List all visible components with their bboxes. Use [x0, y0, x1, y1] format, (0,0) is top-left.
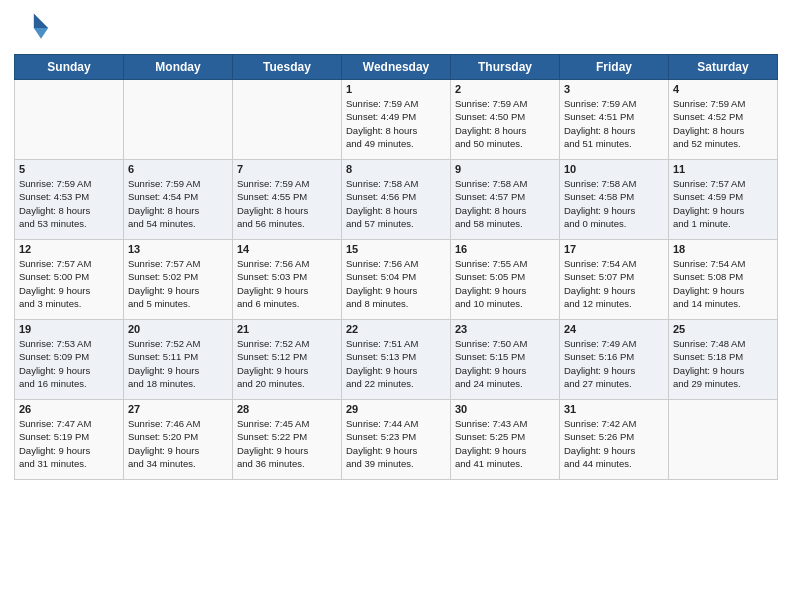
day-info: Sunrise: 7:43 AM Sunset: 5:25 PM Dayligh…: [455, 417, 555, 470]
day-number: 28: [237, 403, 337, 415]
day-cell: [669, 400, 778, 480]
day-cell: 23Sunrise: 7:50 AM Sunset: 5:15 PM Dayli…: [451, 320, 560, 400]
day-info: Sunrise: 7:52 AM Sunset: 5:12 PM Dayligh…: [237, 337, 337, 390]
day-cell: 13Sunrise: 7:57 AM Sunset: 5:02 PM Dayli…: [124, 240, 233, 320]
day-cell: [15, 80, 124, 160]
day-number: 26: [19, 403, 119, 415]
day-info: Sunrise: 7:58 AM Sunset: 4:58 PM Dayligh…: [564, 177, 664, 230]
day-number: 9: [455, 163, 555, 175]
day-cell: 19Sunrise: 7:53 AM Sunset: 5:09 PM Dayli…: [15, 320, 124, 400]
day-info: Sunrise: 7:59 AM Sunset: 4:55 PM Dayligh…: [237, 177, 337, 230]
day-info: Sunrise: 7:59 AM Sunset: 4:52 PM Dayligh…: [673, 97, 773, 150]
day-cell: 28Sunrise: 7:45 AM Sunset: 5:22 PM Dayli…: [233, 400, 342, 480]
svg-marker-0: [34, 14, 48, 28]
day-info: Sunrise: 7:45 AM Sunset: 5:22 PM Dayligh…: [237, 417, 337, 470]
day-info: Sunrise: 7:59 AM Sunset: 4:49 PM Dayligh…: [346, 97, 446, 150]
day-info: Sunrise: 7:56 AM Sunset: 5:04 PM Dayligh…: [346, 257, 446, 310]
day-info: Sunrise: 7:50 AM Sunset: 5:15 PM Dayligh…: [455, 337, 555, 390]
weekday-header-saturday: Saturday: [669, 55, 778, 80]
day-cell: 10Sunrise: 7:58 AM Sunset: 4:58 PM Dayli…: [560, 160, 669, 240]
day-cell: 2Sunrise: 7:59 AM Sunset: 4:50 PM Daylig…: [451, 80, 560, 160]
logo-icon: [14, 10, 50, 46]
day-cell: 11Sunrise: 7:57 AM Sunset: 4:59 PM Dayli…: [669, 160, 778, 240]
day-cell: 17Sunrise: 7:54 AM Sunset: 5:07 PM Dayli…: [560, 240, 669, 320]
day-number: 22: [346, 323, 446, 335]
day-cell: 4Sunrise: 7:59 AM Sunset: 4:52 PM Daylig…: [669, 80, 778, 160]
day-number: 24: [564, 323, 664, 335]
day-info: Sunrise: 7:59 AM Sunset: 4:51 PM Dayligh…: [564, 97, 664, 150]
day-number: 14: [237, 243, 337, 255]
day-cell: 27Sunrise: 7:46 AM Sunset: 5:20 PM Dayli…: [124, 400, 233, 480]
day-number: 21: [237, 323, 337, 335]
day-number: 2: [455, 83, 555, 95]
day-number: 20: [128, 323, 228, 335]
day-info: Sunrise: 7:42 AM Sunset: 5:26 PM Dayligh…: [564, 417, 664, 470]
page-container: SundayMondayTuesdayWednesdayThursdayFrid…: [0, 0, 792, 490]
weekday-header-row: SundayMondayTuesdayWednesdayThursdayFrid…: [15, 55, 778, 80]
day-number: 29: [346, 403, 446, 415]
day-number: 16: [455, 243, 555, 255]
day-number: 17: [564, 243, 664, 255]
day-cell: 24Sunrise: 7:49 AM Sunset: 5:16 PM Dayli…: [560, 320, 669, 400]
day-cell: 8Sunrise: 7:58 AM Sunset: 4:56 PM Daylig…: [342, 160, 451, 240]
day-info: Sunrise: 7:53 AM Sunset: 5:09 PM Dayligh…: [19, 337, 119, 390]
day-number: 3: [564, 83, 664, 95]
day-cell: 7Sunrise: 7:59 AM Sunset: 4:55 PM Daylig…: [233, 160, 342, 240]
day-info: Sunrise: 7:49 AM Sunset: 5:16 PM Dayligh…: [564, 337, 664, 390]
day-cell: 14Sunrise: 7:56 AM Sunset: 5:03 PM Dayli…: [233, 240, 342, 320]
day-cell: [233, 80, 342, 160]
day-number: 4: [673, 83, 773, 95]
day-cell: [124, 80, 233, 160]
day-number: 19: [19, 323, 119, 335]
day-cell: 21Sunrise: 7:52 AM Sunset: 5:12 PM Dayli…: [233, 320, 342, 400]
day-number: 12: [19, 243, 119, 255]
day-info: Sunrise: 7:57 AM Sunset: 4:59 PM Dayligh…: [673, 177, 773, 230]
weekday-header-monday: Monday: [124, 55, 233, 80]
day-cell: 29Sunrise: 7:44 AM Sunset: 5:23 PM Dayli…: [342, 400, 451, 480]
day-info: Sunrise: 7:48 AM Sunset: 5:18 PM Dayligh…: [673, 337, 773, 390]
day-cell: 1Sunrise: 7:59 AM Sunset: 4:49 PM Daylig…: [342, 80, 451, 160]
day-number: 13: [128, 243, 228, 255]
day-cell: 25Sunrise: 7:48 AM Sunset: 5:18 PM Dayli…: [669, 320, 778, 400]
day-info: Sunrise: 7:52 AM Sunset: 5:11 PM Dayligh…: [128, 337, 228, 390]
week-row-2: 5Sunrise: 7:59 AM Sunset: 4:53 PM Daylig…: [15, 160, 778, 240]
day-info: Sunrise: 7:59 AM Sunset: 4:50 PM Dayligh…: [455, 97, 555, 150]
day-info: Sunrise: 7:55 AM Sunset: 5:05 PM Dayligh…: [455, 257, 555, 310]
day-number: 7: [237, 163, 337, 175]
day-number: 25: [673, 323, 773, 335]
day-number: 11: [673, 163, 773, 175]
day-number: 1: [346, 83, 446, 95]
week-row-1: 1Sunrise: 7:59 AM Sunset: 4:49 PM Daylig…: [15, 80, 778, 160]
day-info: Sunrise: 7:57 AM Sunset: 5:00 PM Dayligh…: [19, 257, 119, 310]
calendar-header: SundayMondayTuesdayWednesdayThursdayFrid…: [15, 55, 778, 80]
day-cell: 18Sunrise: 7:54 AM Sunset: 5:08 PM Dayli…: [669, 240, 778, 320]
day-info: Sunrise: 7:54 AM Sunset: 5:07 PM Dayligh…: [564, 257, 664, 310]
weekday-header-thursday: Thursday: [451, 55, 560, 80]
day-number: 5: [19, 163, 119, 175]
day-info: Sunrise: 7:58 AM Sunset: 4:57 PM Dayligh…: [455, 177, 555, 230]
calendar-table: SundayMondayTuesdayWednesdayThursdayFrid…: [14, 54, 778, 480]
weekday-header-friday: Friday: [560, 55, 669, 80]
weekday-header-wednesday: Wednesday: [342, 55, 451, 80]
day-number: 31: [564, 403, 664, 415]
day-info: Sunrise: 7:54 AM Sunset: 5:08 PM Dayligh…: [673, 257, 773, 310]
day-info: Sunrise: 7:46 AM Sunset: 5:20 PM Dayligh…: [128, 417, 228, 470]
day-info: Sunrise: 7:57 AM Sunset: 5:02 PM Dayligh…: [128, 257, 228, 310]
day-cell: 30Sunrise: 7:43 AM Sunset: 5:25 PM Dayli…: [451, 400, 560, 480]
day-info: Sunrise: 7:51 AM Sunset: 5:13 PM Dayligh…: [346, 337, 446, 390]
day-cell: 15Sunrise: 7:56 AM Sunset: 5:04 PM Dayli…: [342, 240, 451, 320]
svg-marker-1: [34, 28, 48, 39]
day-number: 15: [346, 243, 446, 255]
day-number: 18: [673, 243, 773, 255]
week-row-5: 26Sunrise: 7:47 AM Sunset: 5:19 PM Dayli…: [15, 400, 778, 480]
day-number: 30: [455, 403, 555, 415]
day-cell: 5Sunrise: 7:59 AM Sunset: 4:53 PM Daylig…: [15, 160, 124, 240]
week-row-3: 12Sunrise: 7:57 AM Sunset: 5:00 PM Dayli…: [15, 240, 778, 320]
day-info: Sunrise: 7:59 AM Sunset: 4:54 PM Dayligh…: [128, 177, 228, 230]
logo: [14, 10, 54, 46]
day-cell: 6Sunrise: 7:59 AM Sunset: 4:54 PM Daylig…: [124, 160, 233, 240]
day-info: Sunrise: 7:59 AM Sunset: 4:53 PM Dayligh…: [19, 177, 119, 230]
day-number: 6: [128, 163, 228, 175]
calendar-body: 1Sunrise: 7:59 AM Sunset: 4:49 PM Daylig…: [15, 80, 778, 480]
day-number: 23: [455, 323, 555, 335]
